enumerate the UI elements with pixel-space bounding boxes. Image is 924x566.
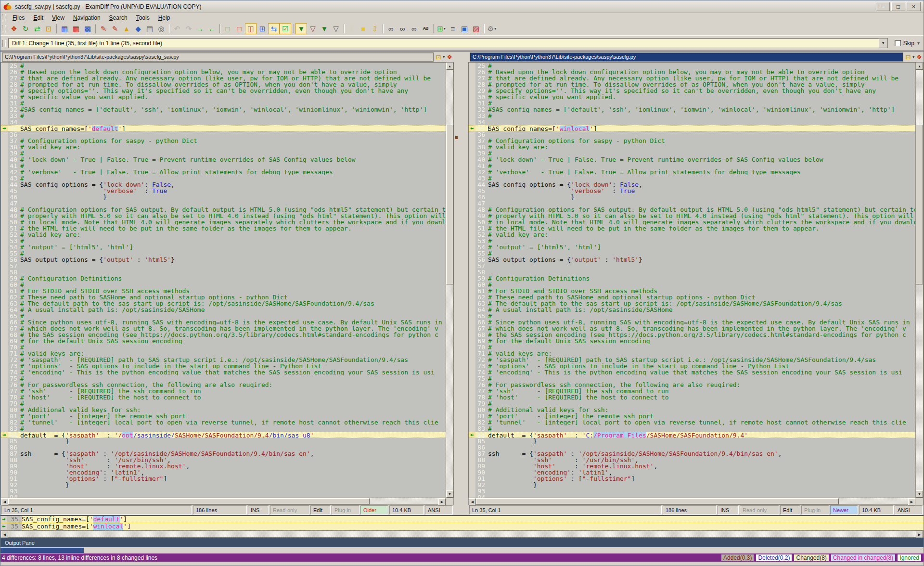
output-pane-header[interactable]: Output Pane xyxy=(0,538,924,547)
save-first-file-icon[interactable]: ▦ xyxy=(59,23,70,34)
show-second-pane-icon[interactable]: □ xyxy=(233,23,245,34)
save-second-file-icon[interactable]: ▦ xyxy=(70,23,82,34)
left-compare-apple-icon[interactable]: ❖ xyxy=(447,54,452,60)
show-merge-checkboxes-icon[interactable]: ☑ xyxy=(280,23,291,34)
diffpane-hscroll-track[interactable] xyxy=(8,531,916,537)
diff-copy-right-icon[interactable]: → xyxy=(1,126,8,131)
next-difference-icon[interactable]: → xyxy=(194,23,206,34)
diffpane-horizontal-scrollbar[interactable]: ◀ ▶ xyxy=(0,530,924,538)
show-first-pane-icon[interactable]: □ xyxy=(222,23,233,34)
diff-copy-left-icon[interactable]: ← xyxy=(469,432,475,437)
right-file-menu-caret-icon[interactable]: ▾ xyxy=(912,55,914,59)
diff-pane-row-1[interactable]: →35SAS_config_names=['default'] xyxy=(0,516,924,523)
four-way-view-icon[interactable]: ⊞ xyxy=(257,23,268,34)
show-matching-filter-icon[interactable]: ▼ xyxy=(319,23,330,34)
save-both-files-icon[interactable]: ▩ xyxy=(82,23,93,34)
plugins-icon[interactable]: ▣ xyxy=(459,23,470,34)
find-icon[interactable]: ∞ xyxy=(385,23,397,34)
left-file-path[interactable]: C:\Program Files\Python\Python37\Lib\sit… xyxy=(2,52,434,62)
left-scroll-track[interactable] xyxy=(446,70,453,490)
right-file-path[interactable]: C:\Program Files\Python\Python37\Lib\sit… xyxy=(470,52,903,62)
find-prev-icon[interactable]: ∞ xyxy=(408,23,420,34)
left-file-menu-icon[interactable]: ⊡ xyxy=(436,54,441,60)
left-hscroll-track[interactable] xyxy=(8,498,438,504)
left-file-menu-caret-icon[interactable]: ▾ xyxy=(443,55,445,59)
output-selected-row[interactable] xyxy=(0,548,84,553)
goto-next-diff-icon[interactable]: ⇩ xyxy=(369,23,381,34)
print-preview-icon[interactable]: ◎ xyxy=(155,23,167,34)
file-view-options-icon[interactable]: ⊞▾ xyxy=(436,23,447,34)
menubar-grip[interactable] xyxy=(2,14,6,21)
pane-splitter[interactable] xyxy=(454,51,468,515)
left-code-area[interactable]: 25#26# Based upon the lock_down configur… xyxy=(1,63,446,498)
toolbar-overflow-chevron-icon[interactable]: ▾ xyxy=(917,40,920,46)
compare-files-icon[interactable]: ❖ xyxy=(8,23,20,34)
minimize-button[interactable]: – xyxy=(876,2,890,11)
toolbar-grip[interactable] xyxy=(2,26,6,32)
print-icon[interactable]: ▤ xyxy=(144,23,155,34)
right-compare-apple-icon[interactable]: ❖ xyxy=(916,54,922,60)
menu-item-tools[interactable]: Tools xyxy=(132,14,154,22)
show-all-lines-filter-icon[interactable]: ▼ xyxy=(295,23,307,34)
diff-copy-left-icon[interactable]: ← xyxy=(0,523,7,530)
open-files-icon[interactable]: ⊡ xyxy=(43,23,54,34)
right-code-area[interactable]: 25#26# Based upon the lock_down configur… xyxy=(469,63,915,498)
undo-icon[interactable]: ↶ xyxy=(171,23,183,34)
diffpane-scroll-left-icon[interactable]: ◀ xyxy=(1,531,8,538)
filter-options-icon[interactable]: ▽ xyxy=(330,23,342,34)
right-horizontal-scrollbar[interactable]: ◀ ▶ xyxy=(468,498,924,505)
menu-item-edit[interactable]: Edit xyxy=(29,14,48,22)
line-inspector-icon[interactable]: ≡ xyxy=(447,23,459,34)
right-scroll-right-icon[interactable]: ▶ xyxy=(908,498,915,505)
diff-pane-row-2[interactable]: ←35SAS_config_names=['winlocal'] xyxy=(0,523,924,530)
prev-difference-icon[interactable]: ← xyxy=(206,23,218,34)
diff-combo-dropdown-button[interactable]: ▼ xyxy=(879,38,888,48)
split-view-icon[interactable]: ◫ xyxy=(245,23,257,34)
diff-copy-right-icon[interactable]: → xyxy=(0,516,7,523)
menu-item-help[interactable]: Help xyxy=(154,14,175,22)
diff-copy-left-icon[interactable]: ← xyxy=(469,126,475,131)
left-scroll-down-icon[interactable]: ▼ xyxy=(446,490,453,498)
recompare-icon[interactable]: ↻ xyxy=(20,23,31,34)
diffpane-scroll-right-icon[interactable]: ▶ xyxy=(916,531,923,538)
right-hscroll-track[interactable] xyxy=(476,498,908,504)
recompare-swapped-icon[interactable]: ⇄ xyxy=(31,23,43,34)
current-diff-combobox[interactable]: Diff 1: Change 1 line (35, first file) t… xyxy=(8,38,879,48)
right-scroll-thumb[interactable] xyxy=(916,125,923,284)
diff-copy-right-icon[interactable]: → xyxy=(1,432,8,437)
swap-panes-icon[interactable]: ⇆ xyxy=(268,23,280,34)
diffbar-grip[interactable] xyxy=(2,40,6,47)
left-horizontal-scrollbar[interactable]: ◀ ▶ xyxy=(0,498,454,505)
menu-item-search[interactable]: Search xyxy=(105,14,132,22)
edit-second-file-icon[interactable]: ✎ xyxy=(109,23,121,34)
left-scroll-left-icon[interactable]: ◀ xyxy=(1,498,8,505)
menu-item-view[interactable]: View xyxy=(48,14,69,22)
close-button[interactable]: × xyxy=(907,2,921,11)
right-file-menu-icon[interactable]: ⊡ xyxy=(905,54,911,60)
edit-first-file-icon[interactable]: ✎ xyxy=(98,23,109,34)
right-vertical-scrollbar[interactable]: ▲ ▼ xyxy=(915,63,923,498)
maximize-button[interactable]: □ xyxy=(891,2,905,11)
left-hscroll-thumb[interactable] xyxy=(8,498,370,504)
menu-item-navigation[interactable]: Navigation xyxy=(69,14,105,22)
skip-checkbox[interactable] xyxy=(895,40,901,46)
right-hscroll-thumb[interactable] xyxy=(476,498,839,504)
settings-gear-icon[interactable]: ⚙▾ xyxy=(486,23,498,34)
left-scroll-up-icon[interactable]: ▲ xyxy=(446,63,453,70)
show-diffs-only-filter-icon[interactable]: ▽ xyxy=(307,23,319,34)
right-scroll-track[interactable] xyxy=(916,70,923,490)
redo-icon[interactable]: ↷ xyxy=(183,23,194,34)
find-next-icon[interactable]: ∞ xyxy=(397,23,408,34)
right-scroll-up-icon[interactable]: ▲ xyxy=(916,63,923,70)
menu-item-files[interactable]: Files xyxy=(8,14,29,22)
match-case-icon[interactable]: AB xyxy=(420,23,431,34)
right-scroll-left-icon[interactable]: ◀ xyxy=(469,498,476,505)
right-scroll-down-icon[interactable]: ▼ xyxy=(916,490,923,498)
goto-current-diff-icon[interactable]: ■ xyxy=(358,23,369,34)
save-merge-second-icon[interactable]: ◆ xyxy=(132,23,144,34)
left-scroll-thumb[interactable] xyxy=(446,125,453,284)
left-vertical-scrollbar[interactable]: ▲ ▼ xyxy=(446,63,453,498)
goto-prev-diff-icon[interactable]: ⇧ xyxy=(346,23,358,34)
save-merge-first-icon[interactable]: ▲ xyxy=(121,23,132,34)
editor-options-icon[interactable]: ▨ xyxy=(470,23,482,34)
